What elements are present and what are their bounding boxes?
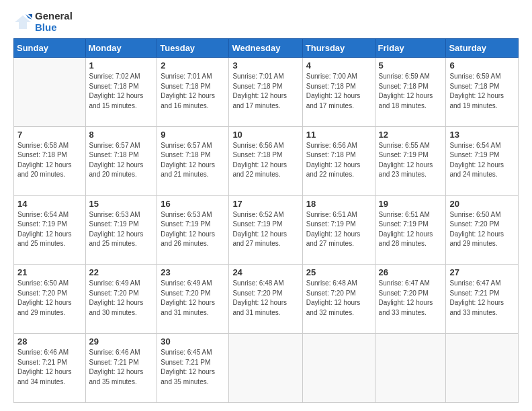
day-number: 23	[161, 267, 225, 277]
calendar-cell: 30 Sunrise: 6:45 AMSunset: 7:21 PMDaylig…	[157, 334, 229, 403]
day-info: Sunrise: 7:00 AMSunset: 7:18 PMDaylight:…	[306, 72, 371, 111]
weekday-header-tuesday: Tuesday	[157, 39, 229, 58]
weekday-header-row: SundayMondayTuesdayWednesdayThursdayFrid…	[14, 39, 519, 58]
calendar-cell: 27 Sunrise: 6:47 AMSunset: 7:21 PMDaylig…	[446, 265, 519, 334]
day-number: 16	[161, 199, 225, 209]
day-number: 19	[379, 199, 443, 209]
day-info: Sunrise: 6:57 AMSunset: 7:18 PMDaylight:…	[161, 141, 225, 180]
day-number: 30	[161, 336, 225, 347]
day-info: Sunrise: 6:56 AMSunset: 7:18 PMDaylight:…	[232, 141, 298, 180]
day-info: Sunrise: 6:47 AMSunset: 7:20 PMDaylight:…	[379, 279, 443, 318]
calendar-cell	[375, 334, 446, 403]
day-number: 18	[306, 199, 371, 209]
calendar-cell: 22 Sunrise: 6:49 AMSunset: 7:20 PMDaylig…	[85, 265, 157, 334]
calendar-cell: 12 Sunrise: 6:55 AMSunset: 7:19 PMDaylig…	[375, 126, 446, 195]
calendar-cell	[302, 334, 375, 403]
calendar-cell: 15 Sunrise: 6:53 AMSunset: 7:19 PMDaylig…	[85, 195, 157, 265]
day-number: 6	[449, 60, 515, 71]
logo-line1: General	[35, 11, 73, 22]
weekday-header-sunday: Sunday	[14, 39, 86, 58]
day-number: 4	[306, 60, 371, 71]
week-row-2: 7 Sunrise: 6:58 AMSunset: 7:18 PMDayligh…	[14, 126, 519, 195]
day-number: 7	[17, 130, 82, 140]
week-row-3: 14 Sunrise: 6:54 AMSunset: 7:19 PMDaylig…	[14, 195, 519, 265]
calendar-cell: 20 Sunrise: 6:50 AMSunset: 7:20 PMDaylig…	[446, 195, 519, 265]
day-info: Sunrise: 6:46 AMSunset: 7:21 PMDaylight:…	[89, 348, 154, 387]
day-info: Sunrise: 7:01 AMSunset: 7:18 PMDaylight:…	[232, 72, 298, 111]
calendar-cell: 1 Sunrise: 7:02 AMSunset: 7:18 PMDayligh…	[85, 58, 157, 127]
logo-wrapper: General Blue	[13, 11, 73, 33]
day-info: Sunrise: 6:53 AMSunset: 7:19 PMDaylight:…	[89, 210, 154, 249]
day-number: 21	[17, 267, 82, 277]
weekday-header-wednesday: Wednesday	[229, 39, 302, 58]
day-number: 20	[449, 199, 515, 209]
day-number: 13	[449, 130, 515, 140]
calendar-cell: 24 Sunrise: 6:48 AMSunset: 7:20 PMDaylig…	[229, 265, 302, 334]
calendar-cell: 14 Sunrise: 6:54 AMSunset: 7:19 PMDaylig…	[14, 195, 86, 265]
calendar-cell: 5 Sunrise: 6:59 AMSunset: 7:18 PMDayligh…	[375, 58, 446, 127]
week-row-5: 28 Sunrise: 6:46 AMSunset: 7:21 PMDaylig…	[14, 334, 519, 403]
week-row-1: 1 Sunrise: 7:02 AMSunset: 7:18 PMDayligh…	[14, 58, 519, 127]
day-info: Sunrise: 7:01 AMSunset: 7:18 PMDaylight:…	[161, 72, 225, 111]
day-info: Sunrise: 6:48 AMSunset: 7:20 PMDaylight:…	[306, 279, 371, 318]
page: General Blue SundayMondayTuesdayWednesda…	[0, 0, 532, 411]
day-number: 15	[89, 199, 154, 209]
calendar-cell: 18 Sunrise: 6:51 AMSunset: 7:19 PMDaylig…	[302, 195, 375, 265]
calendar-cell: 16 Sunrise: 6:53 AMSunset: 7:19 PMDaylig…	[157, 195, 229, 265]
calendar-cell: 7 Sunrise: 6:58 AMSunset: 7:18 PMDayligh…	[14, 126, 86, 195]
calendar-cell: 29 Sunrise: 6:46 AMSunset: 7:21 PMDaylig…	[85, 334, 157, 403]
day-number: 1	[89, 60, 154, 71]
calendar-cell	[229, 334, 302, 403]
calendar-cell	[446, 334, 519, 403]
day-info: Sunrise: 6:52 AMSunset: 7:19 PMDaylight:…	[232, 210, 298, 249]
day-info: Sunrise: 6:50 AMSunset: 7:20 PMDaylight:…	[449, 210, 515, 249]
day-info: Sunrise: 7:02 AMSunset: 7:18 PMDaylight:…	[89, 72, 154, 111]
calendar-cell: 13 Sunrise: 6:54 AMSunset: 7:19 PMDaylig…	[446, 126, 519, 195]
calendar-cell: 11 Sunrise: 6:56 AMSunset: 7:18 PMDaylig…	[302, 126, 375, 195]
day-number: 9	[161, 130, 225, 140]
weekday-header-monday: Monday	[85, 39, 157, 58]
header: General Blue	[13, 11, 519, 33]
day-info: Sunrise: 6:50 AMSunset: 7:20 PMDaylight:…	[17, 279, 82, 318]
logo-text: General Blue	[35, 11, 73, 33]
day-info: Sunrise: 6:56 AMSunset: 7:18 PMDaylight:…	[306, 141, 371, 180]
day-info: Sunrise: 6:57 AMSunset: 7:18 PMDaylight:…	[89, 141, 154, 180]
calendar-cell: 4 Sunrise: 7:00 AMSunset: 7:18 PMDayligh…	[302, 58, 375, 127]
weekday-header-thursday: Thursday	[302, 39, 375, 58]
logo: General Blue	[13, 11, 73, 33]
day-info: Sunrise: 6:55 AMSunset: 7:19 PMDaylight:…	[379, 141, 443, 180]
logo-bird-icon	[13, 13, 32, 32]
day-info: Sunrise: 6:53 AMSunset: 7:19 PMDaylight:…	[161, 210, 225, 249]
day-number: 24	[232, 267, 298, 277]
day-number: 27	[449, 267, 515, 277]
day-number: 22	[89, 267, 154, 277]
day-number: 5	[379, 60, 443, 71]
day-info: Sunrise: 6:46 AMSunset: 7:21 PMDaylight:…	[17, 348, 82, 387]
day-number: 29	[89, 336, 154, 347]
day-info: Sunrise: 6:47 AMSunset: 7:21 PMDaylight:…	[449, 279, 515, 318]
day-number: 28	[17, 336, 82, 347]
day-info: Sunrise: 6:51 AMSunset: 7:19 PMDaylight:…	[306, 210, 371, 249]
day-number: 26	[379, 267, 443, 277]
calendar-cell: 21 Sunrise: 6:50 AMSunset: 7:20 PMDaylig…	[14, 265, 86, 334]
calendar-cell: 2 Sunrise: 7:01 AMSunset: 7:18 PMDayligh…	[157, 58, 229, 127]
day-number: 11	[306, 130, 371, 140]
day-info: Sunrise: 6:45 AMSunset: 7:21 PMDaylight:…	[161, 348, 225, 387]
week-row-4: 21 Sunrise: 6:50 AMSunset: 7:20 PMDaylig…	[14, 265, 519, 334]
weekday-header-saturday: Saturday	[446, 39, 519, 58]
day-info: Sunrise: 6:49 AMSunset: 7:20 PMDaylight:…	[89, 279, 154, 318]
calendar-table: SundayMondayTuesdayWednesdayThursdayFrid…	[13, 38, 519, 403]
calendar-cell: 9 Sunrise: 6:57 AMSunset: 7:18 PMDayligh…	[157, 126, 229, 195]
day-number: 12	[379, 130, 443, 140]
day-number: 17	[232, 199, 298, 209]
day-info: Sunrise: 6:59 AMSunset: 7:18 PMDaylight:…	[449, 72, 515, 111]
day-info: Sunrise: 6:49 AMSunset: 7:20 PMDaylight:…	[161, 279, 225, 318]
day-info: Sunrise: 6:54 AMSunset: 7:19 PMDaylight:…	[449, 141, 515, 180]
calendar-cell: 10 Sunrise: 6:56 AMSunset: 7:18 PMDaylig…	[229, 126, 302, 195]
day-number: 3	[232, 60, 298, 71]
calendar-cell	[14, 58, 86, 127]
calendar-cell: 23 Sunrise: 6:49 AMSunset: 7:20 PMDaylig…	[157, 265, 229, 334]
day-info: Sunrise: 6:54 AMSunset: 7:19 PMDaylight:…	[17, 210, 82, 249]
day-info: Sunrise: 6:58 AMSunset: 7:18 PMDaylight:…	[17, 141, 82, 180]
logo-line2: Blue	[35, 22, 73, 34]
